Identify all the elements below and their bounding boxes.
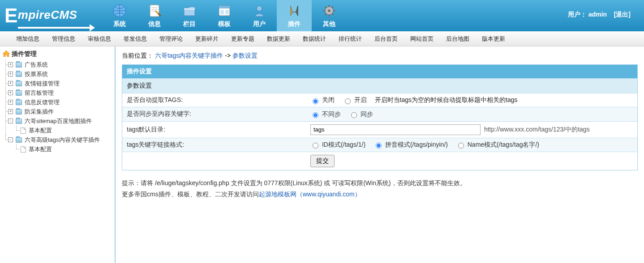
topnav-label: 模板 <box>218 20 231 28</box>
sync-on-radio[interactable] <box>351 112 357 118</box>
tree-leaf: 基本配置 <box>13 144 112 154</box>
auto-tags-off-option[interactable]: 关闭 <box>310 96 336 103</box>
person-icon <box>252 3 267 18</box>
tree-node-label[interactable]: 防采集插件 <box>24 107 55 116</box>
file-icon <box>21 146 26 153</box>
format-id-option[interactable]: ID模式(/tags/1/) <box>310 141 367 148</box>
svg-rect-4 <box>219 6 230 8</box>
tree-toggle[interactable]: + <box>8 100 13 105</box>
format-label: tags关键字链接格式: <box>122 138 306 152</box>
sync-off-option[interactable]: 不同步 <box>310 110 343 118</box>
settings-panel: 插件设置 参数设置 是否自动提取TAGS: 关闭 开启 开启时当tag <box>122 64 638 170</box>
file-icon <box>21 127 26 134</box>
format-name-radio[interactable] <box>458 143 464 148</box>
tree-toggle[interactable]: - <box>8 119 13 123</box>
topnav-info[interactable]: 信息 <box>137 0 172 31</box>
format-pinyin-radio[interactable] <box>376 143 382 148</box>
user-label: 用户： <box>568 11 587 18</box>
sync-label: 是否同步至内容关键字: <box>122 107 306 121</box>
submenu-item-10[interactable]: 后台首页 <box>368 31 404 47</box>
tree-leaf-label[interactable]: 基本配置 <box>28 126 53 135</box>
svg-point-7 <box>257 6 262 11</box>
svg-rect-6 <box>225 10 229 14</box>
format-name-option[interactable]: Name模式(/tags/tag名字/) <box>456 141 539 148</box>
tree-node-label[interactable]: 留言板管理 <box>24 88 55 98</box>
submenu-item-5[interactable]: 更新碎片 <box>189 31 225 47</box>
tree-node-label[interactable]: 友情链接管理 <box>24 79 60 88</box>
arrow-icon <box>18 27 90 29</box>
submit-button[interactable]: 提交 <box>310 155 335 167</box>
submenu-item-4[interactable]: 管理评论 <box>153 31 189 47</box>
folder-icon <box>16 100 22 105</box>
auto-tags-label: 是否自动提取TAGS: <box>122 93 306 107</box>
gear-icon <box>322 3 337 18</box>
tree-node-label[interactable]: 信息反馈管理 <box>24 98 60 107</box>
submenu-item-11[interactable]: 网站首页 <box>404 31 440 47</box>
folder-icon <box>16 137 22 143</box>
tree-toggle[interactable]: + <box>8 62 13 67</box>
tree-node: -六哥高级tags内容关键字插件基本配置 <box>3 135 112 154</box>
logout-link[interactable]: [退出] <box>614 11 631 18</box>
submenu-item-12[interactable]: 后台地图 <box>440 31 476 47</box>
submenu-item-2[interactable]: 审核信息 <box>82 31 117 47</box>
format-pinyin-option[interactable]: 拼音模式(/tags/pinyin/) <box>374 141 450 148</box>
tree-root: 插件管理 <box>3 50 112 58</box>
tree-toggle[interactable]: + <box>8 81 13 86</box>
tree-toggle[interactable]: - <box>8 137 13 142</box>
topnav-user[interactable]: 用户 <box>242 0 277 31</box>
topnav-column[interactable]: 栏目 <box>172 0 207 31</box>
sync-on-option[interactable]: 同步 <box>349 110 373 118</box>
topnav-other[interactable]: 其他 <box>312 0 347 31</box>
sync-off-radio[interactable] <box>313 112 318 118</box>
submenu-item-0[interactable]: 增加信息 <box>10 31 46 47</box>
tree-node-label[interactable]: 六哥高级tags内容关键字插件 <box>24 135 101 144</box>
folder-icon <box>182 3 197 18</box>
window-icon <box>217 3 232 18</box>
topnav-label: 用户 <box>253 20 266 28</box>
auto-tags-off-radio[interactable] <box>313 98 318 104</box>
svg-rect-5 <box>220 10 224 14</box>
topnav-plugin[interactable]: 插件 <box>277 0 312 31</box>
submenu-item-8[interactable]: 数据统计 <box>296 31 332 47</box>
breadcrumb-link-1[interactable]: 六哥tags内容关键字插件 <box>155 52 223 59</box>
submenu-item-3[interactable]: 签发信息 <box>117 31 153 47</box>
submenu-item-9[interactable]: 排行统计 <box>332 31 368 47</box>
dir-input[interactable] <box>310 124 481 135</box>
topnav-label: 栏目 <box>183 20 196 28</box>
folder-icon <box>16 81 22 86</box>
tree-toggle[interactable]: + <box>8 109 13 114</box>
auto-tags-on-radio[interactable] <box>345 98 351 104</box>
svg-point-9 <box>328 9 331 12</box>
auto-tags-on-option[interactable]: 开启 <box>343 96 369 103</box>
tree-leaf-label[interactable]: 基本配置 <box>28 144 53 154</box>
tree-leaf: 基本配置 <box>13 126 112 135</box>
topnav-template[interactable]: 模板 <box>207 0 242 31</box>
tree-root-label: 插件管理 <box>12 50 37 58</box>
submenu: 增加信息管理信息审核信息签发信息管理评论更新碎片更新专题数据更新数据统计排行统计… <box>0 31 644 47</box>
breadcrumb-prefix: 当前位置： <box>122 52 153 59</box>
panel-subtitle: 参数设置 <box>122 78 637 93</box>
submenu-item-6[interactable]: 更新专题 <box>225 31 261 47</box>
tree-toggle[interactable]: + <box>8 72 13 76</box>
sidebar: 插件管理 +广告系统+投票系统+友情链接管理+留言板管理+信息反馈管理+防采集插… <box>0 47 116 263</box>
hint-line-2-text: 更多帝国cms插件、模板、教程、二次开发请访问 <box>122 191 259 198</box>
breadcrumb: 当前位置： 六哥tags内容关键字插件 -> 参数设置 <box>122 52 638 60</box>
format-id-radio[interactable] <box>313 143 318 148</box>
tree-node: +信息反馈管理 <box>3 98 112 107</box>
submenu-item-7[interactable]: 数据更新 <box>261 31 296 47</box>
tree-toggle[interactable]: + <box>8 90 13 95</box>
submenu-item-1[interactable]: 管理信息 <box>46 31 82 47</box>
topnav-system[interactable]: 系统 <box>102 0 137 31</box>
panel-title: 插件设置 <box>122 65 637 78</box>
breadcrumb-sep: -> <box>225 52 232 59</box>
hint-line-2-link[interactable]: 起源地模板网（www.qiyuandi.com） <box>259 191 361 198</box>
tree-node: -六哥sitemap百度地图插件基本配置 <box>3 116 112 135</box>
tree-node-label[interactable]: 广告系统 <box>24 60 49 69</box>
tree-node: +投票系统 <box>3 69 112 79</box>
tree-node: +友情链接管理 <box>3 79 112 88</box>
tree-node-label[interactable]: 投票系统 <box>24 69 49 79</box>
user-name-link[interactable]: admin <box>588 11 607 18</box>
tree-node-label[interactable]: 六哥sitemap百度地图插件 <box>24 116 93 126</box>
submenu-item-13[interactable]: 版本更新 <box>476 31 511 47</box>
breadcrumb-link-2[interactable]: 参数设置 <box>232 52 258 59</box>
